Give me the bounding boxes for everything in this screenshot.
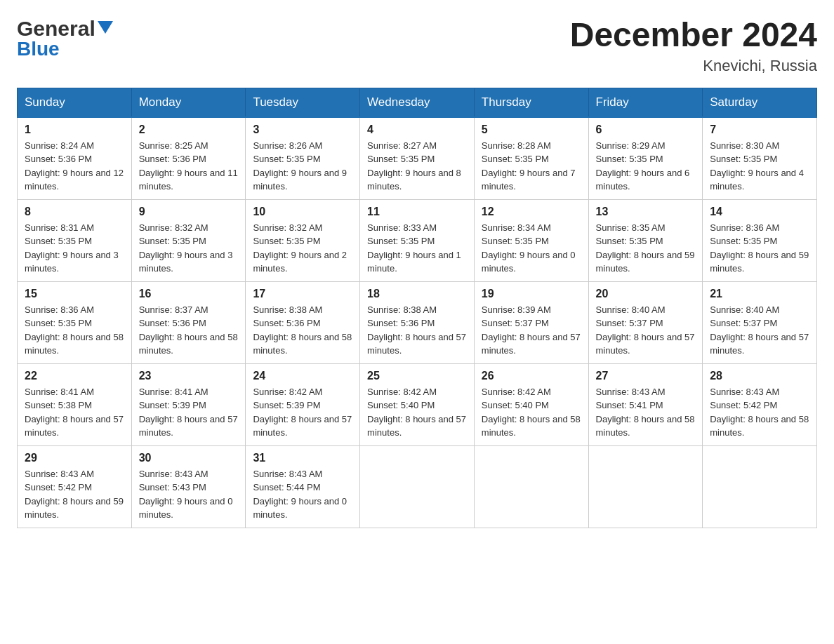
table-row: 23 Sunrise: 8:41 AM Sunset: 5:39 PM Dayl… <box>131 363 246 445</box>
table-row: 31 Sunrise: 8:43 AM Sunset: 5:44 PM Dayl… <box>246 445 360 528</box>
table-row: 14 Sunrise: 8:36 AM Sunset: 5:35 PM Dayl… <box>703 199 817 281</box>
day-number: 1 <box>25 123 124 136</box>
day-number: 4 <box>367 123 467 136</box>
day-info: Sunrise: 8:36 AM Sunset: 5:35 PM Dayligh… <box>710 221 809 276</box>
day-number: 23 <box>139 370 239 382</box>
logo-blue-text: Blue <box>17 38 60 60</box>
day-info: Sunrise: 8:32 AM Sunset: 5:35 PM Dayligh… <box>253 221 352 276</box>
day-info: Sunrise: 8:42 AM Sunset: 5:40 PM Dayligh… <box>482 385 581 440</box>
day-number: 9 <box>139 206 239 218</box>
day-number: 31 <box>253 452 352 464</box>
table-row: 3 Sunrise: 8:26 AM Sunset: 5:35 PM Dayli… <box>246 117 360 200</box>
col-thursday: Thursday <box>474 88 588 117</box>
day-number: 29 <box>25 452 124 464</box>
table-row: 21 Sunrise: 8:40 AM Sunset: 5:37 PM Dayl… <box>703 281 817 363</box>
table-row: 17 Sunrise: 8:38 AM Sunset: 5:36 PM Dayl… <box>246 281 360 363</box>
day-number: 11 <box>367 206 467 218</box>
table-row: 12 Sunrise: 8:34 AM Sunset: 5:35 PM Dayl… <box>474 199 588 281</box>
day-number: 7 <box>710 123 809 136</box>
day-number: 18 <box>367 288 467 300</box>
day-info: Sunrise: 8:43 AM Sunset: 5:42 PM Dayligh… <box>25 467 124 522</box>
day-info: Sunrise: 8:35 AM Sunset: 5:35 PM Dayligh… <box>596 221 696 276</box>
col-friday: Friday <box>588 88 703 117</box>
page-subtitle: Knevichi, Russia <box>570 57 817 75</box>
day-info: Sunrise: 8:25 AM Sunset: 5:36 PM Dayligh… <box>139 139 239 194</box>
logo-triangle-icon <box>98 21 113 36</box>
day-info: Sunrise: 8:37 AM Sunset: 5:36 PM Dayligh… <box>139 303 239 358</box>
calendar-week-row: 8 Sunrise: 8:31 AM Sunset: 5:35 PM Dayli… <box>18 199 817 281</box>
day-info: Sunrise: 8:31 AM Sunset: 5:35 PM Dayligh… <box>25 221 124 276</box>
logo-general-text: General <box>17 17 95 41</box>
day-info: Sunrise: 8:39 AM Sunset: 5:37 PM Dayligh… <box>482 303 581 358</box>
table-row: 2 Sunrise: 8:25 AM Sunset: 5:36 PM Dayli… <box>131 117 246 200</box>
day-number: 22 <box>25 370 124 382</box>
day-number: 25 <box>367 370 467 382</box>
table-row <box>474 445 588 528</box>
day-info: Sunrise: 8:41 AM Sunset: 5:38 PM Dayligh… <box>25 385 124 440</box>
table-row: 8 Sunrise: 8:31 AM Sunset: 5:35 PM Dayli… <box>18 199 132 281</box>
table-row: 24 Sunrise: 8:42 AM Sunset: 5:39 PM Dayl… <box>246 363 360 445</box>
day-info: Sunrise: 8:30 AM Sunset: 5:35 PM Dayligh… <box>710 139 809 194</box>
table-row: 4 Sunrise: 8:27 AM Sunset: 5:35 PM Dayli… <box>360 117 475 200</box>
table-row: 9 Sunrise: 8:32 AM Sunset: 5:35 PM Dayli… <box>131 199 246 281</box>
title-block: December 2024 Knevichi, Russia <box>570 17 817 75</box>
table-row: 30 Sunrise: 8:43 AM Sunset: 5:43 PM Dayl… <box>131 445 246 528</box>
day-number: 19 <box>482 288 581 300</box>
day-number: 30 <box>139 452 239 464</box>
table-row: 7 Sunrise: 8:30 AM Sunset: 5:35 PM Dayli… <box>703 117 817 200</box>
table-row <box>360 445 475 528</box>
day-info: Sunrise: 8:43 AM Sunset: 5:41 PM Dayligh… <box>596 385 696 440</box>
table-row: 6 Sunrise: 8:29 AM Sunset: 5:35 PM Dayli… <box>588 117 703 200</box>
day-info: Sunrise: 8:40 AM Sunset: 5:37 PM Dayligh… <box>710 303 809 358</box>
day-info: Sunrise: 8:24 AM Sunset: 5:36 PM Dayligh… <box>25 139 124 194</box>
day-info: Sunrise: 8:38 AM Sunset: 5:36 PM Dayligh… <box>253 303 352 358</box>
col-wednesday: Wednesday <box>360 88 475 117</box>
table-row: 15 Sunrise: 8:36 AM Sunset: 5:35 PM Dayl… <box>18 281 132 363</box>
table-row: 10 Sunrise: 8:32 AM Sunset: 5:35 PM Dayl… <box>246 199 360 281</box>
table-row: 18 Sunrise: 8:38 AM Sunset: 5:36 PM Dayl… <box>360 281 475 363</box>
table-row <box>703 445 817 528</box>
day-number: 3 <box>253 123 352 136</box>
table-row: 5 Sunrise: 8:28 AM Sunset: 5:35 PM Dayli… <box>474 117 588 200</box>
day-info: Sunrise: 8:33 AM Sunset: 5:35 PM Dayligh… <box>367 221 467 276</box>
table-row: 25 Sunrise: 8:42 AM Sunset: 5:40 PM Dayl… <box>360 363 475 445</box>
day-info: Sunrise: 8:43 AM Sunset: 5:42 PM Dayligh… <box>710 385 809 440</box>
day-number: 13 <box>596 206 696 218</box>
day-info: Sunrise: 8:29 AM Sunset: 5:35 PM Dayligh… <box>596 139 696 194</box>
day-number: 20 <box>596 288 696 300</box>
day-number: 16 <box>139 288 239 300</box>
day-info: Sunrise: 8:27 AM Sunset: 5:35 PM Dayligh… <box>367 139 467 194</box>
day-info: Sunrise: 8:41 AM Sunset: 5:39 PM Dayligh… <box>139 385 239 440</box>
day-number: 8 <box>25 206 124 218</box>
calendar-header-row: Sunday Monday Tuesday Wednesday Thursday… <box>18 88 817 117</box>
day-number: 27 <box>596 370 696 382</box>
table-row: 20 Sunrise: 8:40 AM Sunset: 5:37 PM Dayl… <box>588 281 703 363</box>
table-row: 1 Sunrise: 8:24 AM Sunset: 5:36 PM Dayli… <box>18 117 132 200</box>
day-info: Sunrise: 8:34 AM Sunset: 5:35 PM Dayligh… <box>482 221 581 276</box>
day-info: Sunrise: 8:42 AM Sunset: 5:40 PM Dayligh… <box>367 385 467 440</box>
table-row: 11 Sunrise: 8:33 AM Sunset: 5:35 PM Dayl… <box>360 199 475 281</box>
day-info: Sunrise: 8:36 AM Sunset: 5:35 PM Dayligh… <box>25 303 124 358</box>
calendar-week-row: 22 Sunrise: 8:41 AM Sunset: 5:38 PM Dayl… <box>18 363 817 445</box>
table-row: 29 Sunrise: 8:43 AM Sunset: 5:42 PM Dayl… <box>18 445 132 528</box>
logo: General Blue <box>17 17 113 60</box>
calendar-week-row: 29 Sunrise: 8:43 AM Sunset: 5:42 PM Dayl… <box>18 445 817 528</box>
day-info: Sunrise: 8:40 AM Sunset: 5:37 PM Dayligh… <box>596 303 696 358</box>
day-info: Sunrise: 8:43 AM Sunset: 5:43 PM Dayligh… <box>139 467 239 522</box>
day-number: 6 <box>596 123 696 136</box>
calendar-week-row: 1 Sunrise: 8:24 AM Sunset: 5:36 PM Dayli… <box>18 117 817 200</box>
col-tuesday: Tuesday <box>246 88 360 117</box>
day-number: 14 <box>710 206 809 218</box>
day-number: 21 <box>710 288 809 300</box>
day-number: 26 <box>482 370 581 382</box>
col-monday: Monday <box>131 88 246 117</box>
calendar-table: Sunday Monday Tuesday Wednesday Thursday… <box>17 88 817 528</box>
table-row: 27 Sunrise: 8:43 AM Sunset: 5:41 PM Dayl… <box>588 363 703 445</box>
day-number: 24 <box>253 370 352 382</box>
day-info: Sunrise: 8:38 AM Sunset: 5:36 PM Dayligh… <box>367 303 467 358</box>
day-info: Sunrise: 8:28 AM Sunset: 5:35 PM Dayligh… <box>482 139 581 194</box>
day-number: 2 <box>139 123 239 136</box>
table-row <box>588 445 703 528</box>
table-row: 13 Sunrise: 8:35 AM Sunset: 5:35 PM Dayl… <box>588 199 703 281</box>
table-row: 16 Sunrise: 8:37 AM Sunset: 5:36 PM Dayl… <box>131 281 246 363</box>
